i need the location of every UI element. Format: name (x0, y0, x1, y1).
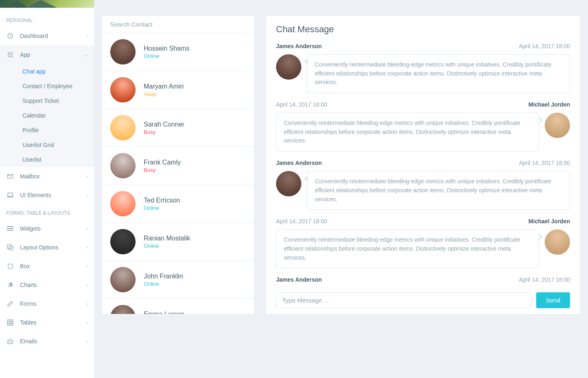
message-sender: James Anderson (276, 43, 322, 49)
chevron-right-icon: › (87, 339, 88, 344)
sidebar-hero-image (0, 0, 94, 8)
contact-info: Ted ErricsonOnline (144, 197, 246, 211)
avatar (110, 153, 136, 178)
contact-name: John Franklin (144, 273, 246, 280)
svg-rect-16 (8, 264, 12, 268)
message-sender: Michael Jorden (528, 218, 570, 225)
svg-rect-12 (7, 228, 13, 229)
message-sender: Michael Jorden (528, 101, 570, 108)
nav-sub-chat-app[interactable]: Chat app (0, 64, 94, 79)
nav-label: Dashboard (20, 33, 87, 39)
nav-item-charts[interactable]: Charts › (0, 276, 94, 294)
avatar (276, 54, 301, 80)
avatar (110, 39, 136, 64)
send-button[interactable]: Send (536, 292, 570, 308)
nav-item-mailbox[interactable]: Mailbox › (0, 167, 94, 186)
message-header: James AndersonApril 14, 2017 18:00 (276, 160, 570, 166)
nav-item-layout[interactable]: Layout Options › (0, 238, 94, 257)
contact-item[interactable]: Maryam AmiriAway (102, 71, 254, 109)
nav-item-widgets[interactable]: Widgets › (0, 219, 94, 238)
nav-sub-userlist[interactable]: Userlist (0, 152, 94, 167)
nav-sub-support[interactable]: Support Ticket (0, 93, 94, 108)
nav-label: UI Elements (20, 192, 87, 198)
avatar (110, 305, 136, 314)
svg-rect-13 (7, 230, 13, 231)
message-time: April 14, 2017 18:00 (276, 101, 327, 108)
contact-item[interactable]: Hossein ShamsOnline (102, 33, 254, 71)
svg-rect-8 (10, 56, 11, 57)
envelope-open-icon (6, 337, 14, 345)
contacts-panel: Hossein ShamsOnlineMaryam AmiriAwaySarah… (102, 16, 254, 314)
pie-chart-icon (6, 281, 14, 289)
contacts-list[interactable]: Hossein ShamsOnlineMaryam AmiriAwaySarah… (102, 33, 254, 314)
contact-name: Hossein Shams (144, 45, 246, 52)
nav-label: Mailbox (20, 173, 87, 180)
svg-rect-10 (8, 193, 13, 196)
search-contact-input[interactable] (110, 21, 246, 28)
contact-item[interactable]: Sarah ConnerBusy (102, 109, 254, 147)
nav-item-ui-elements[interactable]: UI Elements › (0, 186, 94, 205)
message-time: April 14, 2017 18:00 (276, 218, 327, 225)
contact-status: Busy (144, 129, 246, 135)
nav-label: Emails (20, 338, 87, 345)
avatar (110, 77, 136, 102)
chat-log[interactable]: James AndersonApril 14, 2017 18:00Conven… (266, 43, 580, 287)
contact-item[interactable]: Ted ErricsonOnline (102, 185, 254, 223)
message-header: James AndersonApril 14, 2017 18:00 (276, 276, 570, 283)
svg-rect-2 (10, 52, 11, 53)
svg-rect-7 (8, 56, 9, 57)
main-content: Chats Hossein ShamsOnlineMaryam AmiriAwa… (94, 0, 588, 378)
contact-info: Frank CamlyBusy (144, 159, 246, 173)
nav-sub-calendar[interactable]: Calendar (0, 108, 94, 123)
message-sender: James Anderson (276, 276, 322, 283)
avatar (110, 267, 136, 292)
contact-item[interactable]: Frank CamlyBusy (102, 147, 254, 185)
contact-info: Maryam AmiriAway (144, 83, 246, 97)
svg-rect-17 (7, 320, 13, 325)
contact-item[interactable]: John FranklinOnline (102, 261, 254, 299)
message-bubble: Conveniently reintermediate bleeding-edg… (307, 171, 570, 210)
nav-sub-userlist-grid[interactable]: Userlist Grid (0, 138, 94, 152)
nav-sub-contact[interactable]: Contact / Employee (0, 79, 94, 93)
nav-item-forms[interactable]: Forms › (0, 294, 94, 313)
message-header: James AndersonApril 14, 2017 18:00 (276, 43, 570, 49)
svg-rect-4 (8, 54, 9, 56)
list-icon (6, 225, 14, 233)
contact-item[interactable]: Emma LarsonOnline (102, 299, 254, 314)
nav-item-app[interactable]: App ⌄ (0, 45, 94, 64)
contact-info: John FranklinOnline (144, 273, 246, 287)
avatar (276, 171, 301, 196)
message-row: Conveniently reintermediate bleeding-edg… (276, 54, 570, 93)
message-header: April 14, 2017 18:00Michael Jorden (276, 101, 570, 108)
nav-item-box[interactable]: Box › (0, 257, 94, 276)
message-bubble: Conveniently reintermediate bleeding-edg… (307, 54, 570, 93)
message-input[interactable] (276, 292, 531, 308)
page-header: Chats (102, 0, 580, 2)
contact-info: Ranian MostalikOnline (144, 235, 246, 249)
nav-section-personal: PERSONAL (0, 12, 94, 27)
nav-label: App (20, 51, 85, 58)
compose-bar: Send (266, 287, 580, 314)
contact-item[interactable]: Ranian MostalikOnline (102, 223, 254, 261)
nav-item-tables[interactable]: Tables › (0, 313, 94, 332)
search-wrap (102, 16, 254, 33)
chat-panel-title: Chat Message (266, 16, 580, 43)
chevron-right-icon: › (87, 264, 88, 269)
nav-section-forms: FORMS, TABLE & LAYOUTS (0, 205, 94, 219)
nav-label: Layout Options (20, 244, 87, 251)
message-block: James AndersonApril 14, 2017 18:00Conven… (276, 276, 570, 287)
contact-status: Online (144, 53, 246, 59)
avatar (110, 115, 136, 140)
apps-grid-icon (6, 51, 14, 59)
contact-name: Sarah Conner (144, 121, 246, 128)
contact-status: Away (144, 91, 246, 97)
chevron-right-icon: › (87, 245, 88, 250)
contact-status: Online (144, 243, 246, 249)
sidebar: PERSONAL Dashboard › App ⌄ Chat app Cont… (0, 0, 94, 378)
nav-item-dashboard[interactable]: Dashboard › (0, 27, 94, 45)
nav-item-emails[interactable]: Emails › (0, 332, 94, 351)
chevron-right-icon: › (87, 193, 88, 198)
chevron-right-icon: › (87, 34, 88, 38)
contact-status: Online (144, 205, 246, 211)
nav-sub-profile[interactable]: Profile (0, 123, 94, 138)
